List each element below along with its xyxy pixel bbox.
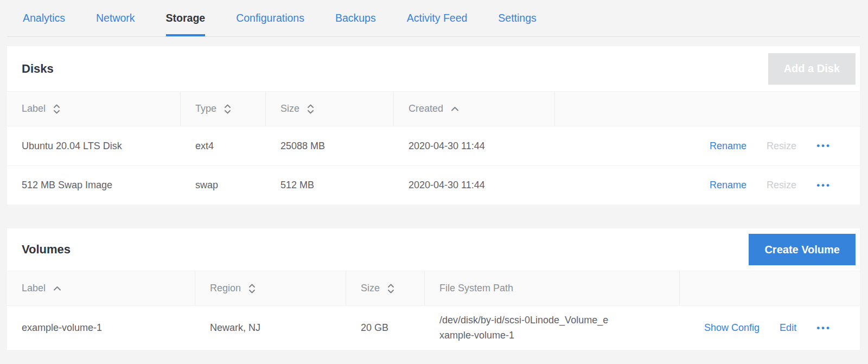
more-actions-icon[interactable]: ••• xyxy=(816,141,831,151)
show-config-link[interactable]: Show Config xyxy=(704,322,760,334)
disk-label: 512 MB Swap Image xyxy=(7,180,181,191)
tab-network[interactable]: Network xyxy=(96,0,135,36)
disk-label: Ubuntu 20.04 LTS Disk xyxy=(7,141,181,152)
resize-link[interactable]: Resize xyxy=(767,180,796,191)
volumes-table-header: Label Region Size File Sy xyxy=(7,271,860,306)
disk-size: 512 MB xyxy=(266,180,394,191)
column-label: Size xyxy=(280,103,299,114)
volumes-column-header-actions xyxy=(680,271,860,305)
edit-link[interactable]: Edit xyxy=(780,322,796,334)
sort-both-icon xyxy=(248,283,256,295)
tab-storage[interactable]: Storage xyxy=(166,0,206,36)
tab-bar: Analytics Network Storage Configurations… xyxy=(7,0,860,37)
volume-region: Newark, NJ xyxy=(195,322,346,334)
sort-ascending-icon xyxy=(53,285,62,291)
sort-both-icon xyxy=(387,283,395,295)
disk-type: swap xyxy=(181,180,266,191)
disk-size: 25088 MB xyxy=(266,141,394,152)
row-actions: Rename Resize ••• xyxy=(555,180,860,191)
column-label: Label xyxy=(22,103,46,114)
more-actions-icon[interactable]: ••• xyxy=(816,323,831,334)
volume-path: /dev/disk/by-id/scsi-0Linode_Volume_exam… xyxy=(425,313,680,343)
tab-settings[interactable]: Settings xyxy=(498,0,536,36)
column-label: Label xyxy=(22,283,46,294)
column-label: Type xyxy=(195,103,216,114)
disks-title: Disks xyxy=(22,62,54,76)
row-actions: Show Config Edit ••• xyxy=(680,322,860,334)
disks-section: Disks Add a Disk Label Type Size xyxy=(7,46,860,205)
volume-label: example-volume-1 xyxy=(7,322,195,334)
resize-link[interactable]: Resize xyxy=(767,141,796,152)
table-row: 512 MB Swap Image swap 512 MB 2020-04-30… xyxy=(7,165,860,205)
column-label: Created xyxy=(409,103,443,114)
volumes-header: Volumes Create Volume xyxy=(7,228,860,271)
sort-ascending-icon xyxy=(450,106,459,112)
disks-column-header-type[interactable]: Type xyxy=(181,92,266,126)
disks-column-header-label[interactable]: Label xyxy=(7,92,181,126)
sort-both-icon xyxy=(53,103,61,115)
column-label: File System Path xyxy=(439,283,513,294)
rename-link[interactable]: Rename xyxy=(710,180,746,191)
sort-both-icon xyxy=(224,103,232,115)
column-label: Region xyxy=(210,283,241,294)
disks-column-header-created[interactable]: Created xyxy=(394,92,555,126)
disk-type: ext4 xyxy=(181,141,266,152)
tab-activity-feed[interactable]: Activity Feed xyxy=(407,0,468,36)
volumes-column-header-region[interactable]: Region xyxy=(195,271,346,305)
column-label: Size xyxy=(361,283,380,294)
table-row: example-volume-1 Newark, NJ 20 GB /dev/d… xyxy=(7,306,860,350)
volumes-column-header-label[interactable]: Label xyxy=(7,271,195,305)
disks-header: Disks Add a Disk xyxy=(7,46,860,91)
sort-both-icon xyxy=(307,103,315,115)
row-actions: Rename Resize ••• xyxy=(555,141,860,152)
disks-column-header-actions xyxy=(555,92,860,126)
create-volume-button[interactable]: Create Volume xyxy=(749,234,856,265)
disk-created: 2020-04-30 11:44 xyxy=(394,180,555,191)
volumes-column-header-path: File System Path xyxy=(425,271,680,305)
storage-content: Disks Add a Disk Label Type Size xyxy=(7,46,860,350)
rename-link[interactable]: Rename xyxy=(710,141,746,152)
disk-created: 2020-04-30 11:44 xyxy=(394,141,555,152)
volumes-title: Volumes xyxy=(22,242,71,257)
volumes-section: Volumes Create Volume Label Region Size xyxy=(7,228,860,350)
tab-backups[interactable]: Backups xyxy=(335,0,376,36)
tab-configurations[interactable]: Configurations xyxy=(236,0,304,36)
volumes-column-header-size[interactable]: Size xyxy=(346,271,425,305)
disks-table-header: Label Type Size xyxy=(7,91,860,126)
volume-size: 20 GB xyxy=(346,322,425,334)
tab-analytics[interactable]: Analytics xyxy=(23,0,65,36)
file-system-path: /dev/disk/by-id/scsi-0Linode_Volume_exam… xyxy=(439,313,609,343)
more-actions-icon[interactable]: ••• xyxy=(816,180,831,191)
add-a-disk-button[interactable]: Add a Disk xyxy=(768,53,856,85)
table-row: Ubuntu 20.04 LTS Disk ext4 25088 MB 2020… xyxy=(7,126,860,165)
disks-column-header-size[interactable]: Size xyxy=(266,92,394,126)
